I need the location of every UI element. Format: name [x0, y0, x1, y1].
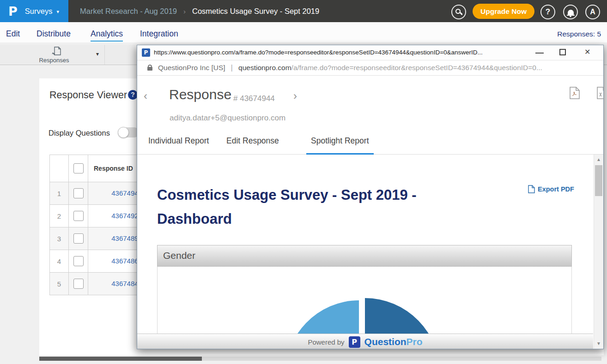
scroll-down-arrow-icon[interactable]: ▼ [594, 341, 603, 346]
bell-icon [568, 10, 574, 15]
surveys-label: Surveys [25, 7, 53, 16]
tab-integration[interactable]: Integration [140, 29, 178, 39]
top-bar: P Surveys ▾ Market Research - Aug 2019 ›… [0, 0, 607, 22]
chevron-down-icon: ▾ [56, 9, 59, 15]
horizontal-scrollbar-thumb[interactable] [39, 357, 202, 361]
powered-by-label: Powered by [308, 338, 344, 346]
report-tabs: Individual Report Edit Response Spotligh… [137, 128, 603, 155]
close-icon[interactable]: ✕ [584, 48, 590, 56]
response-title: Response [169, 87, 231, 102]
avatar-letter: A [590, 8, 595, 16]
survey-nav: Edit Distribute Analytics Integration Re… [0, 22, 607, 42]
pie-slice-dark [365, 298, 441, 334]
respondent-email: aditya.datar+5@questionpro.com [170, 113, 285, 123]
scroll-up-arrow-icon[interactable]: ▲ [594, 157, 603, 162]
tab-analytics[interactable]: Analytics [91, 29, 123, 42]
minimize-button[interactable] [535, 53, 544, 54]
questionpro-favicon: P [142, 48, 150, 57]
address-domain: questionpro.com [238, 64, 291, 72]
page-title: Response Viewer [49, 90, 127, 101]
row-checkbox[interactable] [73, 233, 84, 244]
vertical-scrollbar[interactable]: ▲ ▼ [594, 155, 603, 349]
response-number: # 43674944 [233, 94, 275, 103]
brand-pro: Pro [407, 336, 423, 347]
gender-section-header: Gender [157, 245, 572, 267]
pdf-icon [528, 185, 535, 193]
brand-question: Question [364, 336, 407, 347]
tab-spotlight-report[interactable]: Spotlight Report [306, 136, 374, 155]
row-number: 3 [50, 227, 69, 250]
questionpro-wordmark[interactable]: QuestionPro [364, 336, 423, 347]
breadcrumb-parent-link[interactable]: Market Research - Aug 2019 [80, 7, 177, 16]
row-number: 2 [50, 205, 69, 227]
window-title-url: https://www.questionpro.com/a/frame.do?m… [154, 49, 528, 56]
table-header-row: Response ID ▲▼ [50, 155, 146, 182]
export-pdf-label: Export PDF [538, 185, 574, 193]
display-questions-label: Display Questions [49, 129, 110, 137]
responses-toolbar-label: Responses [4, 57, 104, 64]
table-row: 4 43674861 [50, 250, 146, 273]
question-mark-icon: ? [546, 7, 550, 17]
tab-individual-report[interactable]: Individual Report [144, 136, 213, 153]
export-pdf-button[interactable]: Export PDF [528, 185, 574, 193]
table-row: 2 43674923 [50, 205, 146, 227]
lock-icon [147, 67, 152, 71]
table-row: 3 43674894 [50, 227, 146, 250]
upgrade-now-button[interactable]: Upgrade Now [473, 4, 534, 19]
display-questions-toggle[interactable] [118, 127, 139, 137]
tab-edit-response[interactable]: Edit Response [222, 136, 284, 153]
row-checkbox[interactable] [73, 279, 84, 289]
upgrade-now-label: Upgrade Now [480, 7, 527, 16]
address-path: /a/frame.do?mode=responseeditor&response… [291, 64, 603, 72]
response-header: ‹ Response # 43674944 › aditya.datar+5@q… [137, 76, 603, 128]
dashboard-heading: Cosmetics Usage Survey - Sept 2019 - Das… [157, 183, 462, 231]
breadcrumb: Market Research - Aug 2019 › Cosmetics U… [80, 0, 319, 22]
table-row: 5 43674842 [50, 273, 146, 295]
questionpro-logo-icon[interactable]: P [349, 336, 360, 348]
chevron-down-icon[interactable]: ▾ [96, 51, 99, 57]
response-id-label: Response ID [94, 165, 133, 172]
toggle-knob [118, 127, 129, 138]
gender-section-title: Gender [163, 250, 571, 261]
header-blank [50, 155, 69, 182]
table-row: 1 43674944 [50, 182, 146, 205]
row-checkbox[interactable] [73, 256, 84, 266]
help-button[interactable]: ? [540, 5, 555, 19]
spotlight-report-frame: Cosmetics Usage Survey - Sept 2019 - Das… [137, 155, 603, 349]
surveys-menu[interactable]: P Surveys ▾ [0, 0, 68, 22]
search-button[interactable] [451, 5, 466, 19]
help-badge-icon[interactable]: ? [128, 90, 138, 100]
row-number: 1 [50, 182, 69, 205]
row-number: 5 [50, 273, 69, 295]
horizontal-scrollbar[interactable] [39, 357, 601, 361]
pie-slice-light [284, 300, 359, 334]
breadcrumb-current: Cosmetics Usage Survey - Sept 2019 [192, 7, 319, 16]
notifications-button[interactable] [563, 5, 578, 19]
questionpro-logo-icon: P [8, 4, 18, 18]
select-all-checkbox[interactable] [73, 163, 84, 173]
tab-distribute[interactable]: Distribute [36, 29, 71, 39]
screen: P Surveys ▾ Market Research - Aug 2019 ›… [0, 0, 607, 364]
maximize-button[interactable] [559, 49, 566, 55]
powered-by-footer: Powered by P QuestionPro [137, 334, 593, 349]
download-doc-icon[interactable] [597, 87, 604, 101]
account-avatar[interactable]: A [585, 5, 600, 19]
certificate-org: QuestionPro Inc [US] [158, 64, 225, 72]
security-address-bar: QuestionPro Inc [US] | questionpro.com/a… [137, 60, 603, 76]
response-editor-window: P https://www.questionpro.com/a/frame.do… [137, 45, 604, 349]
address-divider: | [231, 63, 233, 72]
vertical-scrollbar-thumb[interactable] [595, 165, 602, 196]
search-icon [455, 9, 461, 14]
next-response-button[interactable]: › [293, 90, 297, 102]
row-number: 4 [50, 250, 69, 273]
previous-response-button[interactable]: ‹ [144, 90, 147, 102]
row-checkbox[interactable] [73, 188, 84, 198]
download-pdf-icon[interactable] [570, 87, 580, 101]
row-checkbox[interactable] [73, 211, 84, 221]
responses-toolbar-button[interactable]: Responses ▾ [4, 45, 105, 65]
breadcrumb-separator-icon: › [183, 7, 186, 15]
tab-edit[interactable]: Edit [6, 29, 20, 39]
responses-count: Responses: 5 [557, 30, 601, 38]
window-title-bar: P https://www.questionpro.com/a/frame.do… [137, 45, 603, 60]
responses-table: Response ID ▲▼ 1 43674944 2 43674923 3 4… [49, 155, 146, 295]
